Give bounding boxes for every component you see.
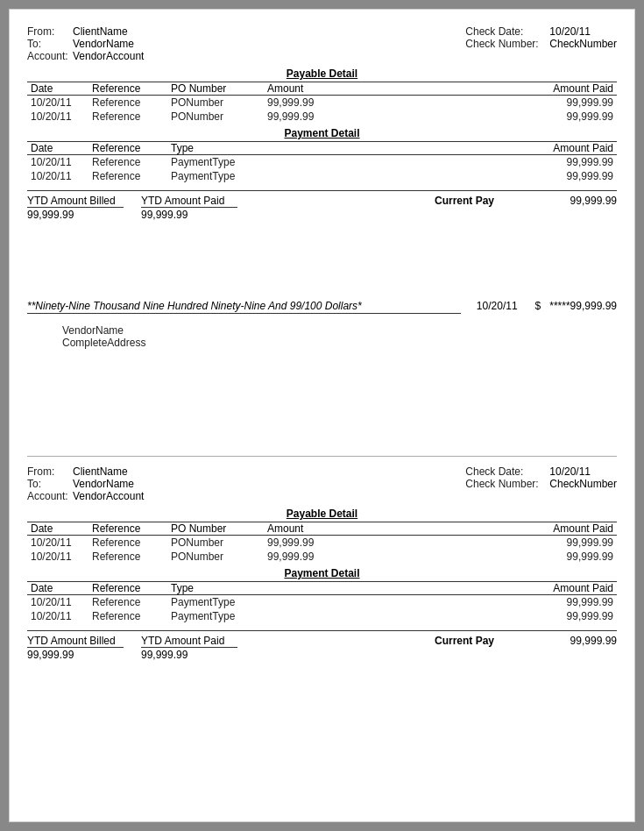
payment-col-spacer1 (272, 142, 302, 155)
cell-po: PONumber (167, 96, 264, 110)
check-number-label-2: Check Number: (465, 478, 544, 490)
cell-ref: Reference (88, 595, 167, 610)
payment-detail-title-2: Payment Detail (27, 567, 617, 579)
ytd-billed-col-2: YTD Amount Billed 99,999.99 (27, 635, 124, 661)
ytd-billed-label: YTD Amount Billed (27, 195, 124, 207)
table-row: 10/20/11 Reference PONumber 99,999.99 99… (27, 536, 617, 550)
to-label: To: (27, 38, 69, 50)
to-value: VendorName (73, 38, 134, 50)
check-dollar-sign: $ (535, 300, 541, 312)
ytd-billed-value: 99,999.99 (27, 207, 124, 221)
ytd-billed-value-2: 99,999.99 (27, 647, 124, 661)
cell-ref: Reference (88, 550, 167, 564)
cell-date: 10/20/11 (27, 609, 88, 623)
account-label: Account: (27, 50, 69, 62)
payment-col-amtpaid: Amount Paid (332, 142, 617, 155)
cell-type: PaymentType (167, 609, 272, 623)
from-value: ClientName (73, 25, 128, 38)
cell-amtpaid: 99,999.99 (332, 169, 617, 183)
table-row: 10/20/11 Reference PaymentType 99,999.99 (27, 155, 617, 170)
account-value: VendorAccount (73, 50, 144, 62)
header-left-2: From: ClientName To: VendorName Account:… (27, 465, 144, 502)
from-label-2: From: (27, 465, 69, 478)
current-pay-value: 99,999.99 (547, 195, 617, 207)
cell-spacer2 (302, 155, 332, 170)
table-row: 10/20/11 Reference PONumber 99,999.99 99… (27, 110, 617, 124)
cell-amount: 99,999.99 (264, 536, 343, 550)
cell-type: PaymentType (167, 169, 272, 183)
cell-spacer1 (272, 169, 302, 183)
ytd-paid-col: YTD Amount Paid 99,999.99 (141, 195, 237, 221)
summary-block-2: YTD Amount Billed 99,999.99 YTD Amount P… (27, 630, 617, 661)
check-amount-text: **Ninety-Nine Thousand Nine Hundred Nine… (27, 300, 461, 314)
cell-spacer1 (272, 609, 302, 623)
header-left-1: From: ClientName To: VendorName Account:… (27, 25, 144, 62)
cell-ref: Reference (88, 96, 167, 110)
payable2-col-amount: Amount (264, 522, 343, 536)
current-pay-value-2: 99,999.99 (547, 635, 617, 647)
payable2-col-amtpaid: Amount Paid (369, 522, 617, 536)
check-date-label: Check Date: (465, 25, 544, 38)
payable2-col-ref: Reference (88, 522, 167, 536)
cell-date: 10/20/11 (27, 536, 88, 550)
cell-spacer2 (302, 169, 332, 183)
header-2: From: ClientName To: VendorName Account:… (27, 465, 617, 502)
header-right-1: Check Date: 10/20/11 Check Number: Check… (465, 25, 617, 62)
payable-detail-title-2: Payable Detail (27, 508, 617, 520)
ytd-paid-label: YTD Amount Paid (141, 195, 237, 207)
check-date: 10/20/11 (477, 300, 518, 312)
payment-col-spacer2 (302, 142, 332, 155)
cell-spacer1 (272, 155, 302, 170)
cell-date: 10/20/11 (27, 169, 88, 183)
cell-amtpaid: 99,999.99 (332, 609, 617, 623)
payment2-col-type: Type (167, 582, 272, 595)
payable2-col-spacer (343, 522, 369, 536)
check-dollar-value: *****99,999.99 (549, 300, 617, 312)
payment-col-date: Date (27, 142, 88, 155)
payable-col-date: Date (27, 82, 88, 96)
cell-ref: Reference (88, 536, 167, 550)
payable-detail-table-2: Date Reference PO Number Amount Amount P… (27, 522, 617, 564)
cell-po: PONumber (167, 536, 264, 550)
vendor-name: VendorName (62, 324, 617, 337)
cell-spacer (343, 110, 369, 124)
ytd-paid-value: 99,999.99 (141, 207, 237, 221)
check-line: **Ninety-Nine Thousand Nine Hundred Nine… (27, 300, 617, 314)
payable-col-amtpaid: Amount Paid (369, 82, 617, 96)
cell-ref: Reference (88, 169, 167, 183)
payment-detail-table-2: Date Reference Type Amount Paid 10/20/11… (27, 581, 617, 623)
cell-amtpaid: 99,999.99 (369, 536, 617, 550)
cell-amount: 99,999.99 (264, 550, 343, 564)
payable-col-amount: Amount (264, 82, 343, 96)
from-value-2: ClientName (73, 465, 128, 478)
payment-col-ref: Reference (88, 142, 167, 155)
whitespace-1 (27, 221, 617, 291)
page: From: ClientName To: VendorName Account:… (9, 9, 635, 822)
payment2-col-amtpaid: Amount Paid (332, 582, 617, 595)
to-value-2: VendorName (73, 478, 134, 490)
vendor-address: CompleteAddress (62, 337, 617, 349)
ytd-paid-label-2: YTD Amount Paid (141, 635, 237, 647)
table-row: 10/20/11 Reference PaymentType 99,999.99 (27, 595, 617, 610)
current-pay-block-2: Current Pay 99,999.99 (435, 635, 617, 647)
summary-block-1: YTD Amount Billed 99,999.99 YTD Amount P… (27, 190, 617, 221)
header-1: From: ClientName To: VendorName Account:… (27, 25, 617, 62)
cell-date: 10/20/11 (27, 155, 88, 170)
cell-spacer2 (302, 595, 332, 610)
cell-po: PONumber (167, 550, 264, 564)
cell-date: 10/20/11 (27, 550, 88, 564)
check-date-value: 10/20/11 (549, 25, 591, 38)
check-number-value: CheckNumber (549, 38, 617, 50)
section-1: From: ClientName To: VendorName Account:… (27, 25, 617, 221)
cell-amtpaid: 99,999.99 (369, 110, 617, 124)
cell-amtpaid: 99,999.99 (369, 96, 617, 110)
payment2-col-spacer1 (272, 582, 302, 595)
payment-detail-title-1: Payment Detail (27, 127, 617, 139)
cell-spacer (343, 536, 369, 550)
to-label-2: To: (27, 478, 69, 490)
cell-po: PONumber (167, 110, 264, 124)
section-2: From: ClientName To: VendorName Account:… (27, 465, 617, 661)
check-stub: **Ninety-Nine Thousand Nine Hundred Nine… (27, 300, 617, 314)
cell-spacer (343, 550, 369, 564)
account-value-2: VendorAccount (73, 490, 144, 502)
